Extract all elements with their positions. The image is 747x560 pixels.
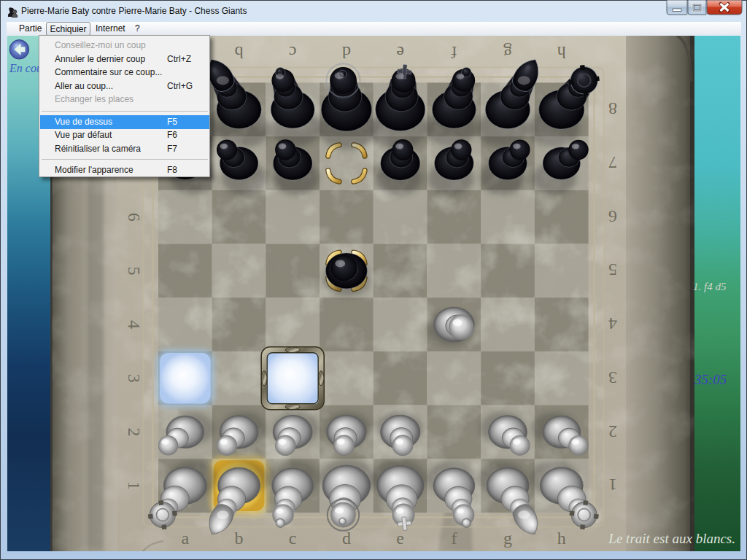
svg-text:b: b [235, 43, 244, 62]
svg-text:35:05: 35:05 [694, 372, 727, 387]
svg-text:g: g [503, 43, 512, 62]
svg-text:d: d [342, 529, 351, 548]
svg-text:e: e [396, 43, 404, 62]
svg-text:5: 5 [125, 266, 144, 275]
svg-text:b: b [235, 529, 244, 548]
svg-text:f: f [451, 43, 457, 62]
svg-text:f: f [451, 529, 457, 548]
svg-text:4: 4 [125, 320, 144, 329]
svg-text:2: 2 [125, 428, 144, 437]
svg-text:h: h [557, 43, 566, 62]
svg-text:e: e [396, 529, 404, 548]
svg-text:h: h [557, 529, 566, 548]
svg-text:a: a [181, 529, 189, 548]
svg-text:4: 4 [608, 314, 617, 333]
svg-text:c: c [289, 529, 297, 548]
svg-text:3: 3 [608, 368, 617, 387]
svg-text:1: 1 [125, 481, 144, 490]
svg-text:c: c [289, 43, 297, 62]
svg-text:1. f4 d5: 1. f4 d5 [693, 281, 727, 292]
svg-text:d: d [342, 43, 351, 62]
svg-text:5: 5 [608, 260, 617, 279]
svg-text:6: 6 [125, 213, 144, 222]
svg-text:1: 1 [608, 475, 617, 494]
svg-text:g: g [503, 529, 512, 548]
svg-text:6: 6 [608, 207, 617, 226]
svg-text:3: 3 [125, 374, 144, 383]
svg-text:2: 2 [608, 422, 617, 441]
svg-text:7: 7 [608, 153, 617, 172]
svg-text:Le trait est aux blancs.: Le trait est aux blancs. [608, 531, 735, 546]
svg-text:8: 8 [608, 99, 617, 118]
